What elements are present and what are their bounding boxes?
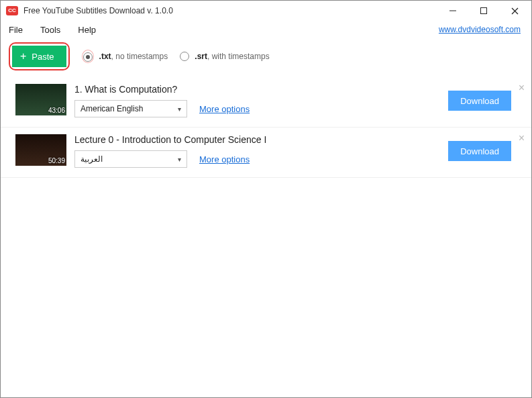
menu-tools[interactable]: Tools [40,25,60,35]
menubar: File Tools Help www.dvdvideosoft.com [1,21,531,38]
language-select[interactable]: American English ▾ [74,100,187,117]
svg-rect-1 [481,8,487,14]
chevron-down-icon: ▾ [178,105,181,113]
video-title: 1. What is Computation? [74,84,448,95]
minimize-button[interactable] [437,1,468,21]
radio-icon [83,52,93,62]
list-item: 43:06 1. What is Computation? American E… [1,77,531,128]
language-value: العربية [81,154,103,164]
duration-badge: 43:06 [48,107,65,114]
format-txt-option[interactable]: .txt, no timestamps [82,50,168,63]
menu-file[interactable]: File [9,25,23,35]
format-srt-label: .srt, with timestamps [195,52,269,61]
thumbnail[interactable]: 43:06 [15,84,66,115]
site-link[interactable]: www.dvdvideosoft.com [439,25,521,34]
app-icon: CC [6,6,18,15]
video-list: 43:06 1. What is Computation? American E… [1,77,531,397]
paste-label: Paste [32,52,54,62]
remove-item-button[interactable]: × [519,133,525,144]
language-value: American English [81,104,143,113]
close-button[interactable] [499,1,530,21]
chevron-down-icon: ▾ [178,156,181,163]
window-title: Free YouTube Subtitles Download v. 1.0.0 [23,6,173,15]
paste-highlight: + Paste [9,42,70,70]
radio-highlight [82,50,94,63]
titlebar: CC Free YouTube Subtitles Download v. 1.… [1,1,531,21]
format-srt-option[interactable]: .srt, with timestamps [180,52,269,61]
radio-icon [180,52,189,61]
minimize-icon [449,7,456,14]
download-button[interactable]: Download [448,141,511,161]
remove-item-button[interactable]: × [519,83,525,93]
menu-help[interactable]: Help [78,25,96,35]
maximize-button[interactable] [468,1,499,21]
plus-icon: + [20,51,26,62]
close-icon [511,7,519,15]
toolbar: + Paste .txt, no timestamps .srt, with t… [1,38,531,77]
language-select[interactable]: العربية ▾ [74,150,187,168]
video-title: Lecture 0 - Introduction to Computer Sci… [74,134,448,145]
list-item: 50:39 Lecture 0 - Introduction to Comput… [1,128,531,178]
download-button[interactable]: Download [448,91,511,111]
maximize-icon [480,7,487,14]
format-txt-label: .txt, no timestamps [99,52,168,61]
more-options-link[interactable]: More options [199,104,250,114]
paste-button[interactable]: + Paste [12,46,66,67]
thumbnail[interactable]: 50:39 [15,134,66,166]
duration-badge: 50:39 [48,157,65,164]
more-options-link[interactable]: More options [199,154,250,164]
